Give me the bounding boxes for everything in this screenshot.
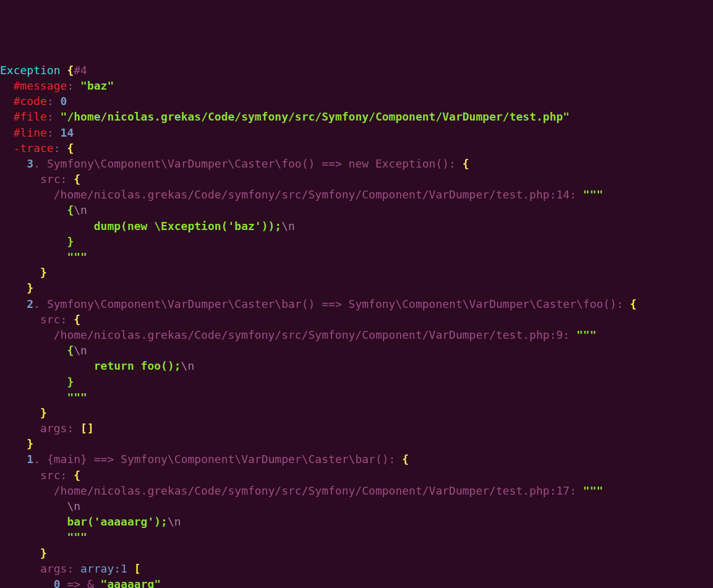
- newline-escape: \n: [74, 203, 87, 216]
- colon: :: [67, 79, 74, 92]
- brace-open: {: [67, 64, 74, 77]
- exception-class: Exception: [0, 64, 61, 77]
- line-key: #line: [14, 126, 47, 139]
- trace-num-2: 2: [27, 297, 33, 310]
- trace-call-2: Symfony\Component\VarDumper\Caster\bar()…: [47, 297, 617, 310]
- trace-num-1: 1: [27, 453, 33, 466]
- args-empty: []: [80, 422, 94, 435]
- ref: #4: [74, 64, 87, 77]
- file-key: #file: [14, 110, 47, 123]
- line-value: 14: [61, 126, 74, 139]
- message-value: "baz": [80, 79, 114, 92]
- code-line-2: return foo();: [67, 359, 181, 372]
- arg-index: 0: [54, 577, 61, 588]
- code-key: #code: [14, 95, 47, 108]
- triple-quote: """: [583, 188, 604, 201]
- code-line-1: bar('aaaaarg');: [67, 515, 168, 528]
- message-key: #message: [14, 79, 67, 92]
- trace-key: -trace: [14, 142, 54, 155]
- args-type: array:1: [80, 562, 127, 575]
- var-dump-output: Exception {#4 #message: "baz" #code: 0 #…: [0, 62, 713, 588]
- args-key: args: [40, 422, 67, 435]
- arg-amp: &: [87, 577, 94, 588]
- trace-src-file-1: /home/nicolas.grekas/Code/symfony/src/Sy…: [54, 484, 570, 497]
- trace-num-3: 3: [27, 157, 33, 170]
- trace-src-file-3: /home/nicolas.grekas/Code/symfony/src/Sy…: [54, 188, 570, 201]
- arg-value: "aaaaarg": [101, 577, 161, 588]
- file-value: "/home/nicolas.grekas/Code/symfony/src/S…: [61, 110, 570, 123]
- code-value: 0: [61, 95, 67, 108]
- trace-src-file-2: /home/nicolas.grekas/Code/symfony/src/Sy…: [54, 328, 563, 341]
- src-key: src: [40, 173, 61, 185]
- trace-call-3: Symfony\Component\VarDumper\Caster\foo()…: [47, 157, 449, 170]
- code-line-3: dump(new \Exception('baz'));: [67, 219, 281, 232]
- trace-call-1: {main} ==> Symfony\Component\VarDumper\C…: [47, 453, 389, 466]
